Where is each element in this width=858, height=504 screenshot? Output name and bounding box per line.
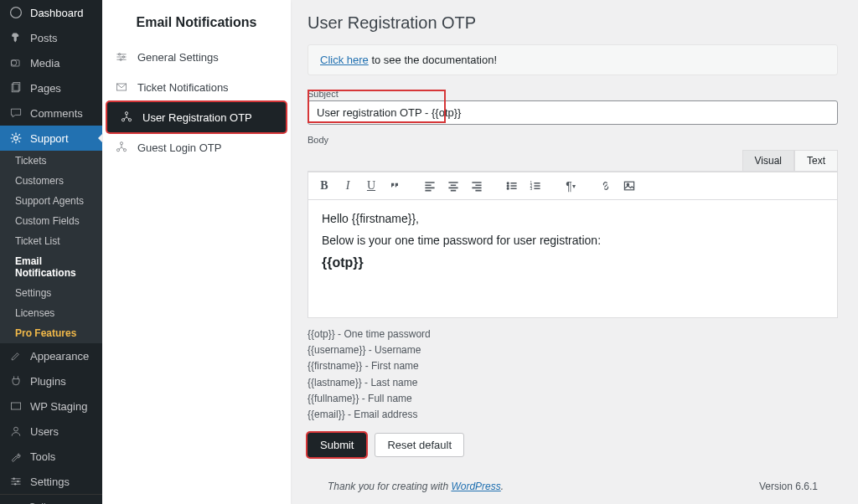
staging-icon (8, 399, 23, 414)
align-center-button[interactable] (444, 177, 463, 195)
sidebar-item-comments[interactable]: Comments (0, 100, 102, 126)
footer-text: Thank you for creating with (328, 481, 451, 492)
panel-item-guest-login-otp[interactable]: Guest Login OTP (102, 132, 291, 162)
sidebar-item-label: Comments (30, 107, 83, 120)
bold-button[interactable]: B (315, 177, 333, 195)
svg-point-5 (14, 136, 18, 141)
svg-rect-28 (624, 182, 633, 190)
svg-point-9 (17, 481, 18, 482)
sidebar-item-appearance[interactable]: Appearance (0, 343, 102, 368)
mail-icon (114, 80, 129, 95)
sidebar-item-label: Media (30, 57, 59, 69)
body-label: Body (308, 135, 838, 145)
svg-point-29 (627, 183, 628, 185)
sidebar-item-label: Pages (30, 82, 61, 95)
svg-point-2 (11, 60, 16, 65)
hint-row: {{otp}} - One time password (308, 327, 838, 342)
sidebar-item-label: Settings (30, 476, 70, 488)
submenu-ticket-list[interactable]: Ticket List (0, 231, 102, 251)
hint-row: {{firstname}} - First name (308, 358, 838, 374)
body-otp-placeholder: {{otp}} (322, 255, 824, 270)
sidebar-item-plugins[interactable]: Plugins (0, 368, 102, 393)
documentation-text: to see the documentation! (369, 54, 497, 66)
svg-point-24 (507, 188, 509, 189)
submenu-email-notifications[interactable]: Email Notifications (0, 251, 102, 283)
editor: B I U 123 ¶▾ Hello {{firstname}}, Below (308, 171, 838, 318)
sidebar-item-label: Tools (30, 450, 55, 463)
sidebar-item-dashboard[interactable]: Dashboard (0, 0, 102, 25)
submenu-licenses[interactable]: Licenses (0, 303, 102, 323)
submenu-tickets[interactable]: Tickets (0, 151, 102, 171)
sidebar-item-pages[interactable]: Pages (0, 75, 102, 100)
panel-item-label: General Settings (137, 51, 219, 64)
sidebar-item-posts[interactable]: Posts (0, 25, 102, 50)
sidebar-item-wp-staging[interactable]: WP Staging (0, 393, 102, 419)
italic-button[interactable]: I (339, 177, 357, 195)
sidebar-item-media[interactable]: Media (0, 50, 102, 75)
sidebar-item-settings[interactable]: Settings (0, 469, 102, 494)
page-title: User Registration OTP (308, 13, 838, 33)
submit-button[interactable]: Submit (308, 433, 366, 457)
svg-text:3: 3 (530, 187, 533, 191)
svg-point-19 (120, 142, 122, 145)
sliders-icon (114, 49, 129, 64)
panel-item-label: Ticket Notifications (137, 81, 229, 94)
sidebar-item-label: Users (30, 425, 59, 438)
hint-row: {{email}} - Email address (308, 407, 838, 423)
collapse-menu[interactable]: Collapse menu (0, 494, 102, 504)
panel-item-general-settings[interactable]: General Settings (102, 42, 291, 72)
panel-item-user-registration-otp[interactable]: User Registration OTP (107, 102, 286, 132)
wordpress-link[interactable]: WordPress (451, 481, 500, 492)
sidebar-item-support[interactable]: Support (0, 126, 102, 151)
sidebar-item-label: WP Staging (30, 400, 87, 413)
sidebar-item-label: Posts (30, 32, 58, 44)
subject-label: Subject (308, 89, 838, 99)
svg-rect-6 (11, 403, 20, 409)
hint-row: {{lastname}} - Last name (308, 375, 838, 391)
tab-text[interactable]: Text (794, 150, 838, 171)
numbered-list-button[interactable]: 123 (526, 177, 545, 195)
svg-point-7 (14, 427, 18, 431)
network-icon (114, 140, 129, 155)
page-icon (8, 80, 23, 95)
submenu-support-agents[interactable]: Support Agents (0, 191, 102, 211)
sidebar-item-label: Support (30, 132, 69, 145)
sidebar-item-label: Dashboard (30, 7, 84, 19)
sidebar-item-tools[interactable]: Tools (0, 444, 102, 469)
documentation-note: Click here to see the documentation! (308, 44, 838, 75)
editor-tabs: Visual Text (308, 150, 838, 171)
subject-input[interactable] (308, 100, 838, 125)
editor-body[interactable]: Hello {{firstname}}, Below is your one t… (308, 200, 837, 317)
sidebar-item-users[interactable]: Users (0, 419, 102, 444)
svg-point-8 (13, 478, 14, 480)
underline-button[interactable]: U (362, 177, 380, 195)
panel-item-label: User Registration OTP (142, 111, 252, 124)
hint-row: {{username}} - Username (308, 342, 838, 358)
bullet-list-button[interactable] (503, 177, 521, 195)
panel-item-ticket-notifications[interactable]: Ticket Notifications (102, 72, 291, 102)
reset-default-button[interactable]: Reset default (375, 433, 464, 457)
paragraph-button[interactable]: ¶▾ (561, 177, 580, 195)
tab-visual[interactable]: Visual (742, 150, 794, 171)
link-button[interactable] (597, 177, 615, 195)
pin-icon (8, 30, 23, 45)
svg-point-23 (507, 185, 509, 187)
settings-panel: Email Notifications General Settings Tic… (102, 0, 291, 504)
svg-point-22 (507, 183, 509, 184)
network-icon (119, 110, 134, 125)
hint-row: {{fullname}} - Full name (308, 391, 838, 407)
blockquote-button[interactable] (385, 177, 404, 195)
align-left-button[interactable] (421, 177, 439, 195)
submenu-custom-fields[interactable]: Custom Fields (0, 211, 102, 231)
image-button[interactable] (620, 177, 638, 195)
submenu-settings[interactable]: Settings (0, 283, 102, 303)
footer: Thank you for creating with WordPress. V… (308, 472, 838, 501)
editor-toolbar: B I U 123 ¶▾ (308, 172, 837, 200)
user-icon (8, 424, 23, 439)
comment-icon (8, 105, 23, 121)
align-right-button[interactable] (468, 177, 486, 195)
submenu-pro-features[interactable]: Pro Features (0, 323, 102, 343)
documentation-link[interactable]: Click here (320, 54, 369, 66)
submenu-customers[interactable]: Customers (0, 171, 102, 191)
svg-point-10 (14, 483, 16, 485)
